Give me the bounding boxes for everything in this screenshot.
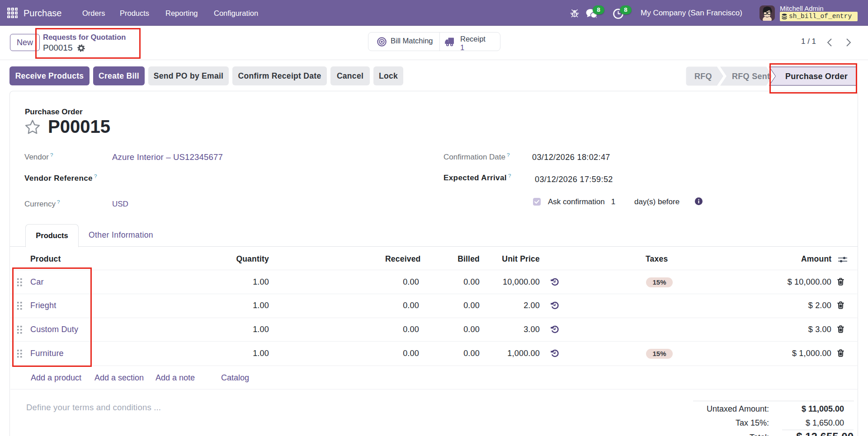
svg-text:RFQ: RFQ [694,72,712,81]
svg-text:RFQ Sent: RFQ Sent [732,72,770,81]
